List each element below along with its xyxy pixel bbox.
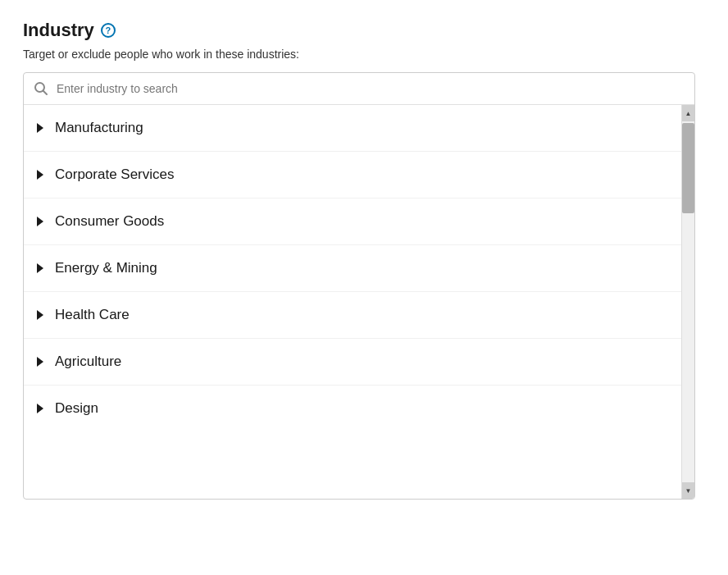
page-title: Industry [23, 20, 94, 41]
scroll-down-button[interactable]: ▼ [682, 482, 694, 499]
list-scroll-wrapper: ManufacturingCorporate ServicesConsumer … [24, 105, 694, 499]
industry-search-input[interactable] [57, 82, 685, 95]
help-icon[interactable]: ? [101, 23, 116, 38]
chevron-right-icon [37, 217, 43, 226]
industry-dropdown: ManufacturingCorporate ServicesConsumer … [23, 72, 695, 500]
list-item-energy-mining[interactable]: Energy & Mining [24, 245, 681, 292]
item-label-corporate-services: Corporate Services [55, 167, 175, 183]
item-label-design: Design [55, 400, 98, 417]
scrollbar-thumb[interactable] [682, 123, 694, 213]
subtitle: Target or exclude people who work in the… [23, 48, 705, 61]
search-area [24, 73, 694, 105]
chevron-right-icon [37, 263, 43, 273]
item-label-energy-mining: Energy & Mining [55, 260, 157, 276]
list-item-design[interactable]: Design [24, 386, 681, 431]
list-item-corporate-services[interactable]: Corporate Services [24, 152, 681, 199]
chevron-right-icon [37, 123, 43, 133]
list-item-health-care[interactable]: Health Care [24, 292, 681, 339]
search-icon [34, 81, 48, 96]
chevron-right-icon [37, 170, 43, 180]
industry-section: Industry ? Target or exclude people who … [23, 20, 705, 500]
item-label-agriculture: Agriculture [55, 354, 121, 370]
list-item-manufacturing[interactable]: Manufacturing [24, 105, 681, 152]
title-row: Industry ? [23, 20, 705, 41]
item-label-consumer-goods: Consumer Goods [55, 213, 164, 230]
chevron-right-icon [37, 404, 43, 413]
item-label-manufacturing: Manufacturing [55, 120, 143, 136]
svg-line-1 [43, 91, 48, 95]
list-item-consumer-goods[interactable]: Consumer Goods [24, 199, 681, 245]
chevron-right-icon [37, 310, 43, 320]
industry-list: ManufacturingCorporate ServicesConsumer … [24, 105, 681, 499]
chevron-right-icon [37, 357, 43, 367]
scroll-up-button[interactable]: ▲ [682, 105, 694, 121]
scrollbar-track: ▲ ▼ [681, 105, 694, 499]
list-item-agriculture[interactable]: Agriculture [24, 339, 681, 386]
page-header: Industry ? Target or exclude people who … [23, 20, 705, 61]
item-label-health-care: Health Care [55, 307, 130, 323]
